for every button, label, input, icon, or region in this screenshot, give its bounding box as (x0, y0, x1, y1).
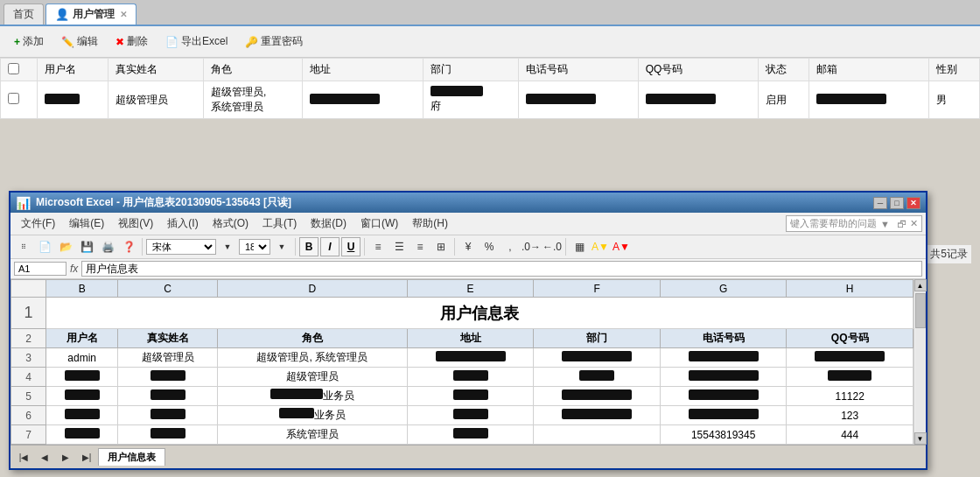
delete-button[interactable]: ✖ 删除 (108, 32, 155, 52)
scroll-down-button[interactable]: ▼ (914, 432, 927, 445)
r3-qq[interactable] (787, 348, 914, 368)
row-checkbox[interactable] (8, 93, 19, 104)
r3-dept[interactable] (534, 348, 661, 368)
edit-button[interactable]: ✏️ 编辑 (54, 32, 105, 52)
help-close-icon[interactable]: ✕ (910, 218, 918, 229)
menu-file[interactable]: 文件(F) (14, 214, 62, 233)
r6-dept[interactable] (534, 406, 661, 425)
save-button[interactable]: 💾 (77, 237, 96, 256)
align-left-button[interactable]: ≡ (368, 237, 388, 256)
decrease-decimal-button[interactable]: ←.0 (542, 237, 562, 256)
excel-minimize-button[interactable]: ─ (873, 197, 887, 209)
r6-realname[interactable] (118, 406, 217, 425)
r5-realname[interactable] (118, 387, 217, 406)
percent-button[interactable]: % (480, 237, 499, 256)
menu-view[interactable]: 视图(V) (111, 214, 160, 233)
r5-dept[interactable] (534, 387, 661, 406)
r7-qq[interactable]: 444 (787, 425, 914, 445)
r5-qq[interactable]: 11122 (787, 387, 914, 406)
column-header-row: B C D E F G H (11, 280, 914, 298)
sheet-nav-last[interactable]: ▶| (77, 447, 96, 466)
font-dropdown-btn[interactable]: ▼ (218, 237, 237, 256)
scroll-up-button[interactable]: ▲ (914, 279, 927, 291)
help-dropdown-icon[interactable]: ▼ (880, 219, 890, 229)
r3-username[interactable]: admin (46, 348, 118, 368)
bold-button[interactable]: B (299, 237, 318, 256)
font-size-select[interactable]: 18 (239, 239, 270, 255)
r6-phone[interactable] (660, 406, 787, 425)
r4-realname[interactable] (118, 368, 217, 387)
cell-reference[interactable] (14, 262, 66, 276)
borders-button[interactable]: ▦ (570, 237, 589, 256)
align-center-button[interactable]: ☰ (389, 237, 409, 256)
address-cell (310, 94, 380, 104)
r4-address[interactable] (407, 368, 534, 387)
sheet-tab-user-info[interactable]: 用户信息表 (98, 448, 165, 466)
excel-maximize-button[interactable]: □ (890, 197, 904, 209)
tab-user-mgmt[interactable]: 👤 用户管理 ✕ (46, 4, 136, 25)
tab-close-icon[interactable]: ✕ (120, 10, 127, 19)
r4-role[interactable]: 超级管理员 (217, 368, 407, 387)
title-cell[interactable]: 用户信息表 (46, 298, 914, 329)
font-size-dropdown-btn[interactable]: ▼ (272, 237, 291, 256)
menu-window[interactable]: 窗口(W) (354, 214, 405, 233)
r4-phone[interactable] (660, 368, 787, 387)
r6-qq[interactable]: 123 (787, 406, 914, 425)
menu-format[interactable]: 格式(O) (206, 214, 256, 233)
r7-username[interactable] (46, 425, 118, 445)
help-button[interactable]: ❓ (119, 237, 138, 256)
r6-address[interactable] (407, 406, 534, 425)
scroll-thumb[interactable] (915, 293, 926, 328)
r5-username[interactable] (46, 387, 118, 406)
currency-button[interactable]: ¥ (458, 237, 478, 256)
r4-qq[interactable] (787, 368, 914, 387)
open-file-button[interactable]: 📂 (56, 237, 75, 256)
r4-dept[interactable] (534, 368, 661, 387)
align-right-button[interactable]: ≡ (410, 237, 430, 256)
r7-address[interactable] (407, 425, 534, 445)
menu-edit[interactable]: 编辑(E) (62, 214, 111, 233)
menu-insert[interactable]: 插入(I) (160, 214, 205, 233)
new-file-button[interactable]: 📄 (35, 237, 54, 256)
print-button[interactable]: 🖨️ (98, 237, 117, 256)
help-restore-icon[interactable]: 🗗 (897, 219, 906, 229)
r7-realname[interactable] (118, 425, 217, 445)
italic-button[interactable]: I (320, 237, 340, 256)
r7-role[interactable]: 系统管理员 (217, 425, 407, 445)
r7-dept[interactable] (534, 425, 661, 445)
col-b: B (46, 280, 118, 298)
increase-decimal-button[interactable]: .0→ (522, 237, 541, 256)
font-select[interactable]: 宋体 (146, 239, 216, 255)
select-all-checkbox[interactable] (8, 63, 19, 74)
excel-close-button[interactable]: ✕ (906, 197, 920, 209)
sheet-nav-next[interactable]: ▶ (56, 447, 75, 466)
fill-color-button[interactable]: A▼ (591, 237, 610, 256)
export-excel-button[interactable]: 📄 导出Excel (158, 32, 234, 52)
merge-cells-button[interactable]: ⊞ (431, 237, 451, 256)
r6-username[interactable] (46, 406, 118, 425)
underline-button[interactable]: U (341, 237, 360, 256)
r5-address[interactable] (407, 387, 534, 406)
menu-help[interactable]: 帮助(H) (405, 214, 455, 233)
r3-phone[interactable] (660, 348, 787, 368)
tab-home[interactable]: 首页 (4, 4, 44, 25)
r3-address[interactable] (407, 348, 534, 368)
menu-data[interactable]: 数据(D) (304, 214, 354, 233)
r5-phone[interactable] (660, 387, 787, 406)
excel-data-table: B C D E F G H 1 (10, 279, 914, 445)
r4-username[interactable] (46, 368, 118, 387)
excel-scrollbar-v[interactable]: ▲ ▼ (914, 279, 926, 445)
sheet-nav-first[interactable]: |◀ (14, 447, 33, 466)
sheet-nav-prev[interactable]: ◀ (35, 447, 54, 466)
r3-realname[interactable]: 超级管理员 (118, 348, 217, 368)
reset-password-button[interactable]: 🔑 重置密码 (238, 32, 310, 52)
comma-button[interactable]: , (500, 237, 520, 256)
r5-role[interactable]: 业务员 (217, 387, 407, 406)
r3-role[interactable]: 超级管理员, 系统管理员 (217, 348, 407, 368)
r7-phone[interactable]: 15543819345 (660, 425, 787, 445)
formula-input[interactable] (81, 261, 922, 277)
add-button[interactable]: + 添加 (7, 32, 51, 52)
r6-role[interactable]: 业务员 (217, 406, 407, 425)
font-color-button[interactable]: A▼ (612, 237, 631, 256)
menu-tools[interactable]: 工具(T) (256, 214, 304, 233)
